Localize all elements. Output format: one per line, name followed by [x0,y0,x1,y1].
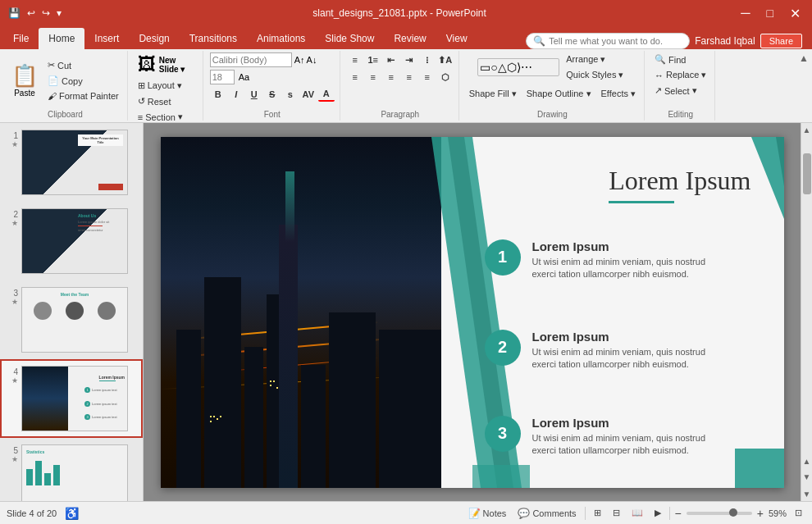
slide-canvas[interactable]: Lorem Ipsum 1 Lorem Ipsum Ut wisi enim a… [161,137,784,488]
scroll-thumb[interactable] [803,153,811,194]
decrease-font-btn[interactable]: A↓ [307,55,317,65]
tab-insert[interactable]: Insert [84,28,129,49]
shape-fill-btn[interactable]: Shape Fill ▾ [466,87,520,101]
comments-button[interactable]: 💬 Comments [514,506,579,521]
indent-more-btn[interactable]: ⇥ [401,52,417,67]
accessibility-icon[interactable]: ♿ [65,507,79,520]
shape-outline-btn[interactable]: Shape Outline ▾ [523,87,595,101]
slide-img-1: Your Main Presentation Title [21,130,128,195]
shadow-button[interactable]: s [282,87,299,102]
align-center-btn[interactable]: ≡ [365,70,381,84]
slide-sorter-btn[interactable]: ⊟ [609,506,623,520]
layout-button[interactable]: ⊞ Layout ▾ [135,79,185,93]
zoom-slider[interactable] [687,512,752,515]
slide-item-3: 3 Lorem Ipsum Ut wisi enim ad minim veni… [485,416,764,458]
font-name-input[interactable] [210,52,292,67]
paragraph-group: ≡ 1≡ ⇤ ⇥ ⫶ ⬆A ≡ ≡ ≡ ≡ ≡ ⬡ Paragraph [342,51,459,121]
increase-font-btn[interactable]: A↑ [294,55,305,65]
tab-view[interactable]: View [436,28,477,49]
cut-button[interactable]: ✂Cut [44,58,122,72]
strikethrough-button[interactable]: S [264,87,281,102]
slide-star-4: ★ [11,376,18,385]
normal-view-btn[interactable]: ⊞ [591,506,604,520]
format-painter-button[interactable]: 🖌Format Painter [44,89,122,103]
smartart-btn[interactable]: ⬡ [437,70,454,84]
customize-icon[interactable]: ▾ [55,6,63,21]
slide-thumb-3[interactable]: 3 ★ Meet the Team [0,280,143,359]
zoom-thumb [729,508,737,517]
share-button[interactable]: Share [760,34,802,48]
slideshow-btn[interactable]: ▶ [651,506,664,520]
indent-less-btn[interactable]: ⇤ [383,52,399,67]
justify-btn[interactable]: ≡ [401,70,417,84]
zoom-out-btn[interactable]: − [675,507,682,520]
arrange-button[interactable]: Arrange ▾ [563,52,627,66]
slide-thumb-4[interactable]: 4 ★ Lorem Ipsum 1 Lorem ipsum text [0,359,143,438]
notes-button[interactable]: 📝 Notes [465,506,510,521]
shape-effects-btn[interactable]: Effects ▾ [598,87,639,101]
status-divider-2 [669,507,670,520]
slide-thumb-1[interactable]: 1 ★ Your Main Presentation Title [0,123,143,202]
editing-label: Editing [668,110,693,119]
slides-group: 🖼 NewSlide ▾ ⊞ Layout ▾ ↺ Reset ≡ Sectio… [130,51,203,121]
align-left-btn[interactable]: ≡ [347,70,363,84]
quick-styles-button[interactable]: Quick Styles ▾ [563,68,627,82]
copy-button[interactable]: 📄Copy [44,74,122,88]
tell-me-box[interactable]: 🔍 [526,33,690,49]
main-area: 1 ★ Your Main Presentation Title 2 ★ [0,123,812,501]
reset-button[interactable]: ↺ Reset [135,94,175,108]
reading-view-btn[interactable]: 📖 [628,506,646,520]
spacing-button[interactable]: AV [300,87,317,102]
maximize-btn[interactable]: □ [762,7,778,20]
italic-button[interactable]: I [228,87,244,102]
scroll-up-btn[interactable]: ▲ [801,123,812,137]
scroll-prev-slide-btn[interactable]: ▲ [801,454,812,468]
minimize-btn[interactable]: ─ [736,6,755,21]
slide-thumb-2[interactable]: 2 ★ About Us Lorem ipsum dolor sit amet … [0,202,143,280]
close-btn[interactable]: ✕ [785,6,805,21]
font-color-button[interactable]: A [318,87,335,102]
slide-img-3: Meet the Team [21,287,128,353]
tab-slideshow[interactable]: Slide Show [315,28,384,49]
vertical-scrollbar[interactable]: ▲ ▲ ▼ ▼ [801,123,812,501]
item-desc-2: Ut wisi enim ad minim veniam, quis nostr… [532,346,721,371]
numbering-btn[interactable]: 1≡ [365,52,381,67]
align-text-btn[interactable]: ≡ [419,70,436,84]
item-desc-3: Ut wisi enim ad minim veniam, quis nostr… [532,432,721,458]
tab-review[interactable]: Review [384,28,436,49]
clear-format-btn[interactable]: Aa [236,71,252,83]
replace-button[interactable]: ↔ Replace ▾ [651,68,709,82]
zoom-in-btn[interactable]: + [757,507,764,520]
tab-animations[interactable]: Animations [247,28,315,49]
bold-button[interactable]: B [210,87,226,102]
text-dir-btn[interactable]: ⬆A [437,52,454,67]
undo-icon[interactable]: ↩ [25,6,37,21]
shapes-palette[interactable]: ▭○△ ⬡⟩⋯ [477,58,559,76]
font-size-input[interactable] [210,70,235,84]
section-button[interactable]: ≡ Section ▾ [135,110,186,124]
tab-design[interactable]: Design [129,28,179,49]
redo-icon[interactable]: ↪ [40,6,52,21]
find-button[interactable]: 🔍 Find [651,52,689,66]
scroll-down-btn[interactable]: ▼ [801,487,812,501]
tab-file[interactable]: File [3,28,39,49]
item-title-1: Lorem Ipsum [532,239,721,253]
new-slide-button[interactable]: 🖼 NewSlide ▾ [135,52,189,77]
align-right-btn[interactable]: ≡ [383,70,399,84]
scroll-next-slide-btn[interactable]: ▼ [801,470,812,484]
clipboard-label: Clipboard [48,110,83,119]
bullets-btn[interactable]: ≡ [347,52,363,67]
save-icon[interactable]: 💾 [7,6,22,21]
item-title-2: Lorem Ipsum [532,330,721,344]
select-button[interactable]: ↗ Select ▾ [651,84,700,98]
fit-slide-btn[interactable]: ⊡ [791,506,805,520]
tab-transitions[interactable]: Transitions [180,28,247,49]
clipboard-group: 📋 Paste ✂Cut 📄Copy 🖌Format Painter Clipb… [3,51,128,121]
slide-thumb-5[interactable]: 5 ★ Statistics [0,438,143,501]
ribbon-collapse-btn[interactable]: ▲ [799,51,809,121]
underline-button[interactable]: U [246,87,262,102]
columns-btn[interactable]: ⫶ [419,52,436,67]
paste-button[interactable]: 📋 Paste [8,62,41,99]
tab-home[interactable]: Home [39,28,84,49]
tell-me-input[interactable] [549,36,664,46]
